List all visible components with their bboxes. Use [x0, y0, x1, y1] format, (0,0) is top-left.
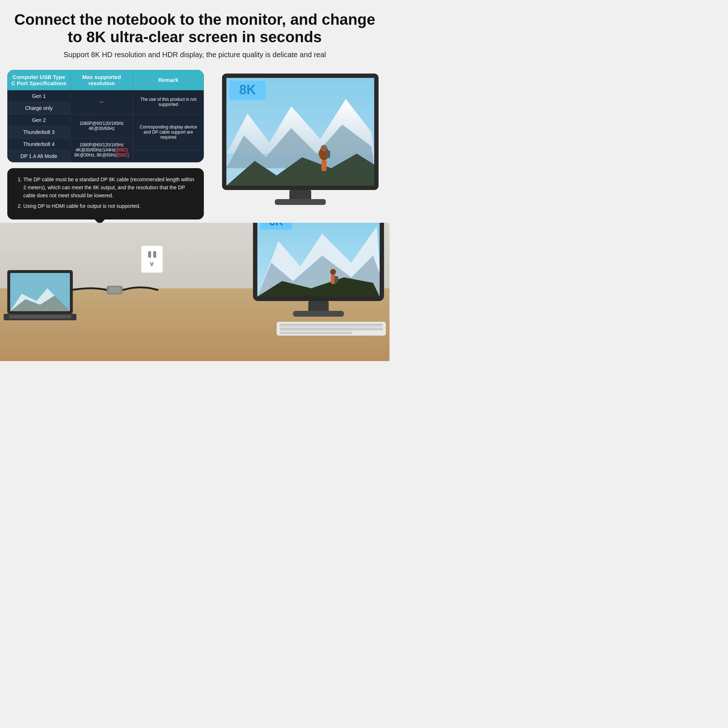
power-outlet — [140, 245, 164, 274]
svg-rect-38 — [293, 311, 344, 317]
port-cell: DP 1.4 Alt Mode — [8, 150, 70, 162]
port-cell: Gen 1 — [8, 90, 70, 102]
monitor-illustration: 8K — [219, 70, 382, 223]
header-section: Connect the notebook to the monitor, and… — [0, 0, 390, 70]
page-title: Connect the notebook to the monitor, and… — [11, 11, 379, 46]
col-res-header: Max supported resolution — [70, 70, 133, 90]
svg-rect-42 — [280, 332, 352, 334]
table-body: Gen 1 — The use of this product is not s… — [8, 90, 204, 162]
svg-point-8 — [321, 145, 327, 151]
page-subtitle: Support 8K HD resolution and HDR display… — [11, 50, 379, 59]
port-cell: Charge only — [8, 102, 70, 114]
remark-cell: Corresponding display device and DP cabl… — [133, 114, 203, 150]
port-cell: Thunderbolt 4 — [8, 138, 70, 150]
table-header-row: Computer USB Type C Port Specifications … — [8, 70, 204, 90]
desk-scene: 8K — [0, 223, 390, 361]
svg-rect-7 — [321, 160, 327, 171]
svg-rect-16 — [153, 251, 156, 258]
notes-item: The DP cable must be a standard DP 8K ca… — [23, 176, 195, 200]
left-column: Computer USB Type C Port Specifications … — [7, 70, 215, 220]
specs-table-wrapper: Computer USB Type C Port Specifications … — [7, 70, 204, 162]
svg-point-32 — [330, 269, 336, 275]
table-row: Gen 2 1080P@60/120/165Hz4K@30/60Hz Corre… — [8, 114, 204, 126]
port-cell: Gen 2 — [8, 114, 70, 126]
svg-rect-14 — [141, 245, 163, 273]
content-row: Computer USB Type C Port Specifications … — [0, 70, 390, 223]
notes-item: Using DP to HDMI cable for output is not… — [23, 202, 195, 210]
remark-cell: The use of this product is not supported — [133, 90, 203, 114]
svg-text:8K: 8K — [239, 82, 256, 97]
svg-rect-9 — [326, 151, 330, 158]
res-cell: 1080P@60/120/165Hz 4K@30/60Hz/144Hz[DSC]… — [70, 138, 133, 162]
svg-rect-25 — [109, 287, 121, 293]
svg-text:8K: 8K — [269, 223, 284, 228]
keyboard-illustration — [277, 322, 386, 336]
res-cell: — — [70, 90, 133, 114]
res-cell: 1080P@60/120/165Hz4K@30/60Hz — [70, 114, 133, 138]
svg-rect-34 — [335, 276, 338, 283]
svg-rect-23 — [9, 315, 71, 318]
col-port-header: Computer USB Type C Port Specifications — [8, 70, 70, 90]
port-cell: Thunderbolt 3 — [8, 126, 70, 138]
cable-adapter — [71, 279, 158, 301]
specs-table: Computer USB Type C Port Specifications … — [7, 70, 204, 162]
right-column: 8K — [215, 70, 382, 223]
notes-bubble: The DP cable must be a standard DP 8K ca… — [7, 168, 204, 220]
svg-rect-41 — [280, 327, 383, 330]
svg-rect-13 — [275, 199, 326, 205]
notes-list: The DP cable must be a standard DP 8K ca… — [16, 176, 195, 210]
svg-rect-15 — [148, 251, 151, 258]
col-remark-header: Remark — [133, 70, 203, 90]
page-wrapper: Connect the notebook to the monitor, and… — [0, 0, 390, 361]
laptop-illustration — [4, 268, 76, 327]
desk-monitor-large: 8K — [249, 223, 388, 336]
svg-rect-37 — [308, 301, 329, 312]
table-row: Gen 1 — The use of this product is not s… — [8, 90, 204, 102]
svg-rect-40 — [280, 324, 383, 327]
